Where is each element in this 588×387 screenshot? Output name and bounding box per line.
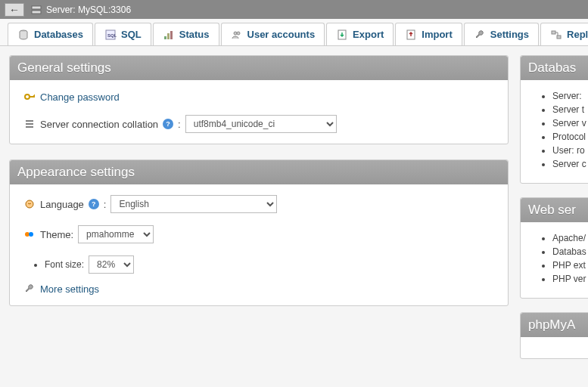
tab-export[interactable]: Export [326,23,394,45]
language-label: Language [40,199,84,210]
panel-title: Web ser [521,198,588,222]
collation-label: Server connection collation [40,119,158,130]
database-icon [17,29,30,41]
svg-rect-13 [557,36,561,39]
back-button[interactable]: ← [5,3,24,17]
svg-text:SQL: SQL [107,33,117,38]
list-item: Apache/ [552,233,588,243]
list-item: Server t [552,104,588,115]
svg-rect-1 [32,11,41,14]
svg-rect-5 [164,36,166,39]
tab-settings[interactable]: Settings [464,23,539,45]
list-item: PHP ext [552,260,588,271]
change-password-link[interactable]: Change password [40,91,120,103]
status-icon [163,29,175,41]
collation-icon [23,118,36,130]
tab-databases[interactable]: Databases [8,23,93,45]
list-item: PHP ver [552,274,588,284]
tab-status[interactable]: Status [153,23,219,45]
svg-point-14 [25,94,30,99]
language-select[interactable]: English [110,195,277,213]
import-icon [405,29,417,41]
help-icon[interactable]: ? [89,199,99,209]
tabbar: Databases SQL SQL Status User accounts E… [0,19,588,46]
db-server-list: Server: Server t Server v Protocol User:… [534,91,588,169]
svg-rect-7 [170,31,173,39]
help-icon[interactable]: ? [163,119,173,129]
svg-point-9 [237,32,240,35]
tab-replication[interactable]: Repli [540,23,588,45]
list-item: Protocol [552,132,588,142]
replication-icon [550,29,562,41]
users-icon [231,29,243,41]
panel-phpmyadmin: phpMyA [520,312,588,359]
tab-import[interactable]: Import [395,23,462,45]
server-label: Server: MySQL:3306 [46,5,131,15]
server-icon [30,4,42,16]
svg-point-8 [234,32,237,35]
fontsize-select[interactable]: 82% [89,255,134,274]
topbar: ← Server: MySQL:3306 [0,0,588,19]
list-item: Server c [552,159,588,169]
list-item: Server v [552,118,588,128]
panel-general-settings: General settings Change password Server … [9,55,509,144]
panel-database-server: Databas Server: Server t Server v Protoc… [520,55,588,184]
panel-title: Databas [521,56,588,80]
panel-web-server: Web ser Apache/ Databas 2012050 $ PHP ex… [520,197,588,299]
panel-appearance-settings: Appearance settings Language ? : English… [9,159,509,306]
content: General settings Change password Server … [0,46,588,359]
left-column: General settings Change password Server … [9,55,509,359]
tab-sql[interactable]: SQL SQL [95,23,151,45]
wrench-icon [474,29,486,41]
list-item: Databas 2012050 $ [552,246,588,257]
panel-title: Appearance settings [10,160,508,184]
web-server-list: Apache/ Databas 2012050 $ PHP ext PHP ve… [534,233,588,284]
svg-rect-0 [32,6,41,9]
sql-icon: SQL [104,29,117,41]
panel-title: phpMyA [521,313,588,337]
svg-rect-12 [552,31,555,34]
panel-title: General settings [10,56,508,80]
more-settings-link[interactable]: More settings [40,283,99,295]
right-column: Databas Server: Server t Server v Protoc… [520,55,588,359]
wrench-icon [23,283,36,295]
fontsize-label: Font size: [45,259,84,270]
list-item: User: ro [552,145,588,156]
key-icon [23,91,36,103]
theme-label: Theme: [40,229,73,240]
export-icon [336,29,348,41]
language-icon [23,198,36,210]
list-item: Server: [552,91,588,101]
collation-select[interactable]: utf8mb4_unicode_ci [185,115,337,133]
server-breadcrumb[interactable]: Server: MySQL:3306 [30,4,131,16]
svg-rect-6 [167,33,170,39]
theme-select[interactable]: pmahomme [78,225,154,243]
theme-icon [23,228,36,240]
tab-user-accounts[interactable]: User accounts [221,23,325,45]
svg-point-17 [29,232,33,237]
